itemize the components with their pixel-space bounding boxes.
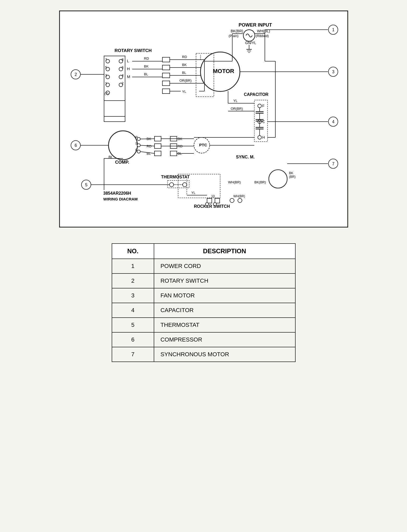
- svg-point-98: [230, 198, 234, 203]
- pos-2: 2: [122, 81, 123, 85]
- capacitor-label: CAPACITOR: [244, 92, 269, 97]
- row-desc-6: SYNCHRONOUS MOTOR: [154, 347, 295, 362]
- bl-label-2: BL: [182, 71, 186, 75]
- table-header-desc: DESCRIPTION: [154, 244, 295, 259]
- row-desc-2: FAN MOTOR: [154, 288, 295, 303]
- orbr-label-2: OR(BR): [231, 107, 243, 111]
- yl-label-2: YL: [233, 99, 238, 103]
- orbr-label-1: OR(BR): [179, 79, 192, 82]
- terminal-f: F: [262, 104, 265, 108]
- parts-table: NO. DESCRIPTION 1POWER CORD2ROTARY SWITC…: [112, 243, 296, 362]
- svg-point-44: [258, 104, 261, 108]
- row-desc-3: CAPACITOR: [154, 303, 295, 318]
- rs-terminal-10: 10: [211, 194, 215, 198]
- rocker-switch-label: ROCKER SWITCH: [194, 204, 230, 209]
- pos-7b: (7): [105, 92, 109, 95]
- thermostat-label: THERMOSTAT: [161, 175, 190, 179]
- svg-point-101: [213, 203, 217, 206]
- yl-label-rocker: YL: [191, 191, 195, 195]
- row-no-0: 1: [112, 259, 154, 273]
- bk-label-1: BK: [144, 64, 149, 68]
- rd-label-1: RD: [144, 56, 149, 60]
- svg-rect-0: [65, 17, 344, 221]
- svg-point-65: [137, 144, 140, 147]
- svg-line-75: [140, 139, 154, 139]
- pos-4: 4: [122, 73, 123, 77]
- terminal-h-cap: H: [262, 135, 265, 140]
- svg-point-84: [169, 183, 174, 187]
- svg-rect-69: [154, 136, 161, 141]
- terminal-h: H: [127, 66, 130, 71]
- pos-6: 6: [122, 65, 123, 69]
- svg-point-100: [205, 203, 209, 206]
- pos-1: 1: [105, 81, 107, 85]
- row-no-3: 4: [112, 303, 154, 318]
- model-number: 3854AR2206H: [103, 191, 131, 195]
- circle-label-5: 5: [85, 183, 87, 187]
- svg-rect-71: [154, 144, 161, 148]
- row-desc-1: ROTARY SWITCH: [154, 273, 295, 288]
- row-desc-4: THERMOSTAT: [154, 318, 295, 332]
- bkbr-label-top: BK(BR): [231, 29, 243, 33]
- bl-label-comp1: BL: [147, 152, 151, 156]
- ptc-label: PTC: [199, 143, 207, 147]
- svg-rect-26: [162, 57, 170, 62]
- motor-label: MOTOR: [213, 68, 234, 74]
- row-no-5: 6: [112, 332, 154, 347]
- svg-rect-30: [162, 89, 170, 94]
- pos-3: 3: [105, 73, 107, 77]
- svg-rect-29: [162, 81, 170, 86]
- pos-5: 5: [105, 65, 107, 69]
- bl-label-1: BL: [144, 72, 148, 76]
- terminal-m: M: [127, 74, 130, 79]
- comp-label: COMP.: [115, 160, 129, 165]
- table-row: 2ROTARY SWITCH: [112, 273, 295, 288]
- table-row: 5THERMOSTAT: [112, 318, 295, 332]
- row-no-6: 7: [112, 347, 154, 362]
- ribbed-label: (Ribbed): [256, 34, 269, 38]
- svg-rect-74: [170, 151, 177, 156]
- rd-label-comp1: RD: [147, 144, 152, 148]
- svg-rect-27: [162, 65, 170, 70]
- svg-rect-97: [215, 198, 220, 203]
- row-desc-5: COMPRESSOR: [154, 332, 295, 347]
- bk-label-2: BK: [182, 63, 187, 67]
- svg-point-46: [258, 136, 261, 139]
- whbr-label: WH(BR): [228, 180, 241, 184]
- svg-rect-96: [207, 198, 212, 203]
- table-row: 1POWER CORD: [112, 259, 295, 273]
- table-row: 6COMPRESSOR: [112, 332, 295, 347]
- svg-point-93: [269, 170, 287, 188]
- pos-8: 8: [122, 58, 123, 61]
- svg-rect-73: [154, 151, 161, 156]
- pos-7: 7: [105, 58, 107, 61]
- terminal-c: C: [262, 120, 265, 124]
- comp-s: S: [135, 142, 138, 146]
- svg-point-85: [183, 183, 187, 187]
- whbr-rocker: WH(BR): [233, 194, 245, 198]
- table-row: 3FAN MOTOR: [112, 288, 295, 303]
- circle-label-1: 1: [332, 28, 334, 32]
- table-header-no: NO.: [112, 244, 154, 259]
- circle-label-6: 6: [75, 143, 77, 148]
- syncm-label: SYNC. M.: [236, 155, 255, 159]
- table-row: 7SYNCHRONOUS MOTOR: [112, 347, 295, 362]
- comp-c: C: [135, 148, 138, 152]
- circle-label-3: 3: [332, 70, 334, 74]
- row-no-1: 2: [112, 273, 154, 288]
- gnyl-label: GN/YL: [245, 41, 256, 45]
- circle-label-7: 7: [332, 162, 334, 166]
- bkbr-label-comp: BK(BR): [254, 180, 266, 184]
- wiring-diag-title: WIRING DIACRAM: [103, 197, 138, 201]
- bkbr-syncm2: (BR): [289, 175, 296, 179]
- bkbr-syncm: BK: [289, 171, 293, 175]
- svg-rect-28: [162, 73, 170, 78]
- wiring-diagram: POWER INPUT BK(BR) (Plain) WH(BL) (Ribbe…: [59, 11, 348, 228]
- table-row: 4CAPACITOR: [112, 303, 295, 318]
- circle-label-2: 2: [75, 72, 77, 77]
- plain-label: (Plain): [229, 34, 239, 38]
- circle-label-4: 4: [332, 120, 334, 124]
- row-desc-0: POWER CORD: [154, 259, 295, 273]
- terminal-l: L: [127, 59, 129, 63]
- row-no-4: 5: [112, 318, 154, 332]
